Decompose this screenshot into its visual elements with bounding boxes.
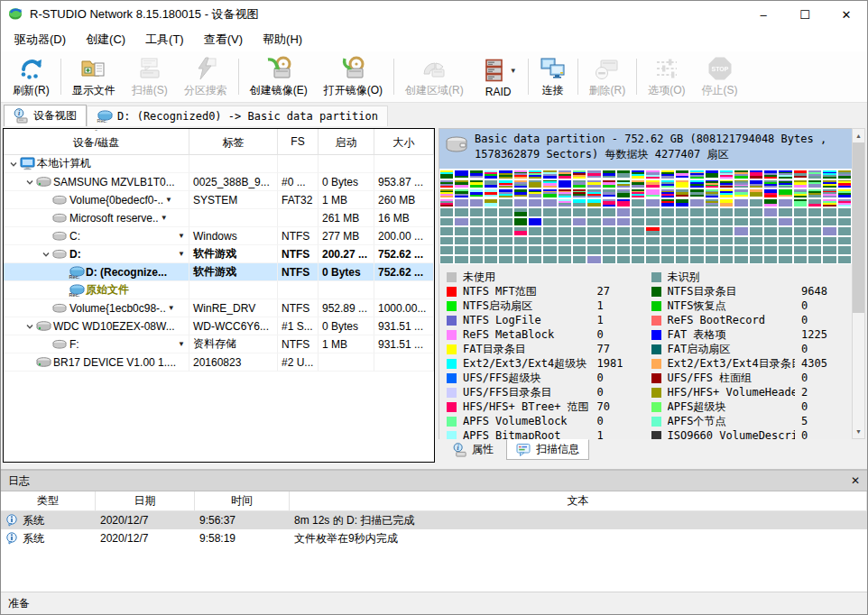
scan-block: [779, 189, 791, 197]
create-image-button[interactable]: 创建镜像(E): [242, 51, 316, 102]
tree-row[interactable]: C:▼WindowsNTFS277 MB200.00 ...: [4, 227, 434, 245]
log-column-header-1[interactable]: 日期: [96, 491, 195, 510]
tree-row[interactable]: Volume{1ecb0c98-..▼WinRE_DRVNTFS952.89 .…: [4, 299, 434, 317]
scan-block: [676, 246, 688, 254]
menu-item-help[interactable]: 帮助(H): [253, 28, 312, 51]
tree-column-header-3[interactable]: 启动: [319, 129, 374, 155]
row-dropdown-arrow[interactable]: ▼: [161, 214, 168, 222]
tab-device-view[interactable]: i设备视图: [4, 105, 87, 126]
scan-block: [706, 189, 718, 197]
scan-block-map[interactable]: [439, 169, 852, 264]
device-fs: [278, 281, 319, 299]
scan-block: [559, 246, 571, 254]
device-size: 953.87 ...: [374, 173, 434, 191]
tab-recognized-partition[interactable]: Rec.D: (Recognized0) -> Basic data parti…: [87, 106, 388, 126]
minimize-button[interactable]: –: [743, 1, 784, 28]
tree-column-header-1[interactable]: 标签: [189, 129, 278, 155]
log-text: 8m 12s 的 D: 扫描已完成: [290, 511, 867, 529]
device-name: F:: [69, 338, 79, 351]
device-name: 本地计算机: [37, 156, 91, 171]
legend-count: 1981: [597, 357, 642, 370]
raid-dropdown-arrow[interactable]: ▼: [510, 67, 517, 75]
menu-item-tools[interactable]: 工具(T): [135, 28, 194, 51]
scan-panel-scrollbar[interactable]: ▲ ▼: [852, 128, 865, 439]
scan-block: [676, 208, 688, 216]
log-row[interactable]: 系统2020/12/79:56:378m 12s 的 D: 扫描已完成: [1, 511, 867, 529]
scan-block: [661, 170, 674, 179]
scan-block: [514, 189, 527, 197]
status-text: 准备: [8, 596, 30, 611]
log-column-header-2[interactable]: 时间: [195, 491, 290, 510]
tree-row[interactable]: Rec.原始文件: [4, 281, 434, 299]
scan-block: [485, 218, 497, 226]
scan-block: [646, 237, 659, 245]
window-title: R-STUDIO Network 8.15.180015 - 设备视图: [30, 6, 259, 23]
row-dropdown-arrow[interactable]: ▼: [168, 304, 175, 312]
row-dropdown-arrow[interactable]: ▼: [165, 196, 172, 204]
tree-row[interactable]: 本地计算机: [4, 155, 434, 173]
close-button[interactable]: ✕: [826, 1, 867, 28]
legend-label: FAT 表格项: [668, 327, 796, 342]
tree-row[interactable]: D:▼软件游戏NTFS200.27 ...752.62 ...: [4, 245, 434, 263]
row-dropdown-arrow[interactable]: ▼: [178, 340, 185, 348]
toolbar-button-label: 分区搜索: [184, 83, 227, 98]
scrollbar-up-arrow[interactable]: ▲: [853, 129, 864, 142]
maximize-button[interactable]: ☐: [784, 1, 826, 28]
scan-block: [764, 170, 777, 179]
log-column-header-0[interactable]: 类型: [1, 491, 96, 510]
tree-row[interactable]: Volume{0bedecf0-..▼SYSTEMFAT321 MB260 MB: [4, 191, 434, 209]
tab-properties[interactable]: i属性: [444, 439, 503, 460]
open-image-button[interactable]: 打开镜像(O): [316, 51, 391, 102]
expander-icon[interactable]: [23, 322, 36, 331]
log-date: 2020/12/7: [96, 529, 195, 547]
scan-block: [706, 218, 718, 226]
log-header: 类型日期时间文本: [1, 491, 867, 511]
scan-block: [440, 246, 453, 254]
tree-column-header-0[interactable]: ˆ设备/磁盘: [4, 129, 189, 155]
r-studio-window: R-STUDIO Network 8.15.180015 - 设备视图 – ☐ …: [0, 0, 868, 615]
tree-row[interactable]: BR17 DEVICE V1.00 1....20160823#2 U...: [4, 353, 434, 372]
tree-row[interactable]: F:▼资料存储NTFS1 MB931.51 ...: [4, 335, 434, 353]
menu-item-drive[interactable]: 驱动器(D): [5, 28, 76, 51]
expander-icon[interactable]: [7, 160, 20, 169]
log-close-icon[interactable]: ✕: [851, 474, 860, 487]
refresh-button[interactable]: 刷新(R): [5, 51, 58, 102]
scan-block: [706, 237, 718, 245]
tree-row[interactable]: Rec.D: (Recognize...软件游戏NTFS0 Bytes752.6…: [4, 263, 434, 281]
scan-block: [485, 199, 497, 207]
scan-block: [764, 199, 777, 207]
scan-block: [690, 227, 703, 235]
scan-block: [750, 246, 762, 254]
expander-icon[interactable]: [23, 178, 36, 187]
tree-row[interactable]: SAMSUNG MZVLB1T0...0025_388B_9...#0 ...0…: [4, 173, 434, 191]
scrollbar-thumb[interactable]: [853, 142, 864, 313]
menu-item-view[interactable]: 查看(V): [194, 28, 253, 51]
scan-block: [779, 199, 791, 207]
device-size: 752.62 ...: [374, 263, 434, 281]
scan-block: [808, 227, 821, 235]
svg-text:Rec.: Rec.: [69, 273, 80, 279]
row-dropdown-arrow[interactable]: ▼: [178, 232, 185, 240]
log-column-header-3[interactable]: 文本: [290, 491, 867, 510]
tab-scan-information[interactable]: 扫描信息: [506, 439, 589, 460]
legend-item: Ext2/Ext3/Ext4目录条目4305: [651, 356, 847, 371]
show-files-button[interactable]: 显示文件: [64, 51, 124, 102]
tree-row[interactable]: Microsoft reserve..▼261 MB16 MB: [4, 209, 434, 227]
stop-icon: STOP: [706, 55, 734, 82]
scan-block: [794, 199, 807, 207]
tree-column-header-2[interactable]: FS: [278, 129, 319, 155]
tree-row[interactable]: WDC WD10EZEX-08W...WD-WCC6Y6...#1 S...0 …: [4, 317, 434, 335]
scan-block: [690, 208, 703, 216]
menu-item-create[interactable]: 创建(C): [76, 28, 135, 51]
legend-swatch: [447, 373, 457, 383]
scan-block: [632, 237, 644, 245]
log-row[interactable]: 系统2020/12/79:58:19文件枚举在9秒内完成: [1, 529, 867, 547]
row-dropdown-arrow[interactable]: ▼: [178, 250, 185, 258]
connect-button[interactable]: 连接: [531, 51, 575, 102]
scrollbar-down-arrow[interactable]: ▼: [853, 425, 864, 438]
raid-button[interactable]: ▼RAID: [472, 51, 525, 102]
tree-column-header-4[interactable]: 大小: [374, 129, 434, 155]
scan-block: [543, 189, 556, 197]
scan-block: [632, 180, 644, 188]
expander-icon[interactable]: [40, 250, 52, 259]
